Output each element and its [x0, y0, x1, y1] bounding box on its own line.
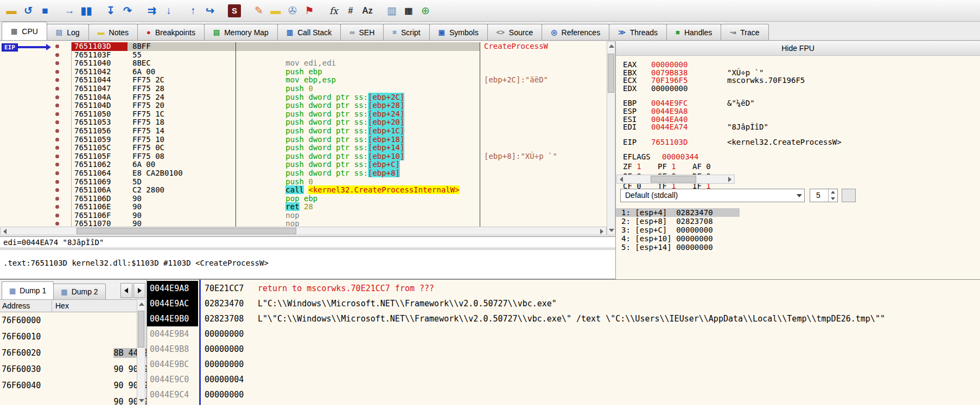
argument-row[interactable]: 4: [esp+10] 00000000 [616, 234, 740, 243]
stack-row[interactable]: 0044E9C4 00000000 [147, 387, 980, 402]
tab-threads[interactable]: ≫ Threads [609, 24, 667, 40]
disasm-row[interactable]: 76511047 FF75 28 push dword ptr ss:[ebp+… [0, 85, 607, 93]
disasm-row[interactable]: 76511044 FF75 2C push dword ptr ss:[ebp+… [0, 76, 607, 85]
breakpoint-dot-icon[interactable] [55, 78, 59, 82]
breakpoint-dot-icon[interactable] [55, 112, 59, 116]
register-row[interactable]: EDX 00000000 [616, 85, 980, 93]
chevron-down-icon[interactable] [797, 194, 802, 197]
hash-icon[interactable]: # [342, 3, 359, 18]
breakpoint-gutter[interactable] [0, 118, 72, 127]
breakpoint-gutter[interactable] [0, 59, 72, 68]
breakpoint-dot-icon[interactable] [55, 214, 59, 217]
register-row[interactable]: EIP 7651103D <kernel32.CreateProcessW> [616, 138, 980, 146]
cpu-flag[interactable]: PF 1 [658, 163, 692, 171]
tab-trace[interactable]: ↝ Trace [721, 24, 768, 40]
restart-icon[interactable]: ↺ [20, 3, 36, 18]
breakpoint-dot-icon[interactable] [55, 197, 59, 201]
spin-up-icon[interactable] [831, 191, 835, 194]
stack-row[interactable]: 0044E9B8 00000000 [147, 342, 980, 357]
disasm-row[interactable]: 7651103D 8BFF mov edi,edi CreateProcessW [0, 42, 607, 51]
disasm-row[interactable]: 76511042 6A 00 push 0 [0, 68, 607, 76]
stack-row[interactable]: 0044E9B0 02823708 L"\"C:\\Windows\\Micro… [147, 311, 980, 326]
stack-row[interactable]: 0044E9C0 00000004 [147, 372, 980, 387]
register-row[interactable]: ECX 70F196F5 mscorwks.70F196F5 [616, 76, 980, 85]
registers-horizontal-scrollbar[interactable] [616, 175, 735, 184]
disasm-row[interactable]: 76511062 6A 00 push 0 [0, 160, 607, 169]
disasm-row[interactable]: 76511040 8BEC mov ebp,esp [0, 59, 607, 68]
memory-icon[interactable]: ▥ [384, 3, 400, 18]
breakpoint-gutter[interactable] [0, 144, 72, 152]
step-into-icon[interactable]: ↧ [103, 3, 119, 18]
tab-source[interactable]: <> Source [487, 24, 543, 40]
breakpoint-dot-icon[interactable] [55, 188, 59, 192]
breakpoint-dot-icon[interactable] [55, 155, 59, 158]
scrollbar-thumb[interactable] [138, 311, 144, 348]
calculator-icon[interactable]: ▦ [400, 3, 417, 18]
open-file-icon[interactable]: ▬ [3, 3, 20, 18]
tab-references[interactable]: ◎ References [542, 24, 609, 40]
scrollbar-thumb[interactable] [77, 228, 296, 234]
tab-dump-2[interactable]: ▦ Dump 2 [53, 284, 105, 299]
scroll-left-icon[interactable] [3, 229, 7, 234]
comment-icon[interactable]: ▬ [268, 3, 284, 18]
scroll-right-icon[interactable] [728, 177, 731, 182]
stack-row[interactable]: 0044E9B4 00000000 [147, 326, 980, 342]
hide-fpu-button[interactable]: Hide FPU [616, 41, 980, 56]
cpu-flag[interactable]: ZF 1 [623, 163, 658, 171]
scroll-left-icon[interactable] [620, 177, 623, 182]
dump-row[interactable]: 76F60040 8B 4C 24 04 F6 41 [0, 377, 137, 394]
stack-panel[interactable]: 0044E9A8 70E21CC7 return to mscorwks.70E… [147, 280, 980, 405]
disasm-row[interactable]: 76511059 FF75 10 push dword ptr ss:[ebp+… [0, 136, 607, 144]
run-icon[interactable]: → [61, 3, 78, 18]
execute-till-return-icon[interactable]: ↑ [185, 3, 201, 18]
disasm-row[interactable]: 7651103F 55 push ebp [0, 51, 607, 60]
disasm-row[interactable]: 7651106D 90 nop [0, 195, 607, 203]
breakpoint-gutter[interactable] [0, 68, 72, 76]
breakpoint-gutter[interactable] [0, 93, 72, 102]
breakpoint-dot-icon[interactable] [55, 171, 59, 175]
scroll-up-icon[interactable] [139, 303, 144, 306]
cpu-flag[interactable]: AF 0 [692, 163, 727, 171]
disasm-row[interactable]: 7651104A FF75 24 push dword ptr ss:[ebp+… [0, 93, 607, 102]
prev-dump-button[interactable] [120, 283, 132, 298]
tab-symbols[interactable]: ▣ Symbols [429, 24, 488, 40]
disasm-row[interactable]: 76511064 E8 CA2B0100 call <kernel32.Crea… [0, 169, 607, 178]
argument-row[interactable]: 5: [esp+14] 00000000 [616, 243, 740, 252]
stack-row[interactable]: 0044E9AC 02823470 L"C:\\Windows\\Microso… [147, 296, 980, 311]
tab-log[interactable]: ▤ Log [47, 24, 89, 40]
disasm-row[interactable]: 76511069 5D pop ebp [0, 178, 607, 187]
breakpoint-dot-icon[interactable] [55, 138, 59, 142]
tab-cpu[interactable]: ▦ CPU [2, 22, 47, 40]
disasm-row[interactable]: 7651105F FF75 08 push dword ptr ss:[ebp+… [0, 152, 607, 161]
pause-icon[interactable]: ▮▮ [78, 3, 94, 18]
scroll-down-icon[interactable] [139, 399, 144, 402]
breakpoint-gutter[interactable] [0, 178, 72, 187]
breakpoint-dot-icon[interactable] [55, 222, 59, 226]
disasm-row[interactable]: 7651105C FF75 0C push dword ptr ss:[ebp+… [0, 144, 607, 152]
breakpoint-dot-icon[interactable] [55, 70, 59, 74]
breakpoint-gutter[interactable] [0, 127, 72, 136]
tab-handles[interactable]: ■ Handles [666, 24, 721, 40]
breakpoint-gutter[interactable] [0, 51, 72, 60]
register-row[interactable]: ESI 0044EA40 [616, 115, 980, 124]
flag-icon[interactable]: ⚑ [301, 3, 317, 18]
register-row[interactable]: EBP 0044E9FC &"¼ëD" [616, 99, 980, 107]
breakpoint-gutter[interactable] [0, 110, 72, 119]
stop-icon[interactable]: ■ [37, 3, 53, 18]
calling-convention-select[interactable]: Default (stdcall) [620, 189, 805, 202]
stack-row[interactable]: 0044E9A8 70E21CC7 return to mscorwks.70E… [147, 281, 980, 296]
disasm-row[interactable]: 76511056 FF75 14 push dword ptr ss:[ebp+… [0, 127, 607, 136]
breakpoint-dot-icon[interactable] [55, 120, 59, 124]
tab-breakpoints[interactable]: ● Breakpoints [137, 24, 205, 40]
spin-down-icon[interactable] [831, 197, 835, 200]
scrollbar-thumb[interactable] [608, 54, 614, 93]
breakpoint-gutter[interactable] [0, 160, 72, 169]
step-over-icon[interactable]: ↷ [119, 3, 136, 18]
breakpoint-gutter[interactable] [0, 101, 72, 110]
step-down-icon[interactable]: ↓ [161, 3, 177, 18]
next-dump-button[interactable] [133, 283, 145, 298]
register-row[interactable]: EBX 0079B838 "XÚ÷p `" [616, 69, 980, 77]
dump-row[interactable]: 76F60000 8B 44 24 04 CC C2 [0, 312, 137, 329]
argument-row[interactable]: 1: [esp+4] 02823470 [616, 208, 740, 217]
breakpoint-gutter[interactable] [0, 186, 72, 195]
